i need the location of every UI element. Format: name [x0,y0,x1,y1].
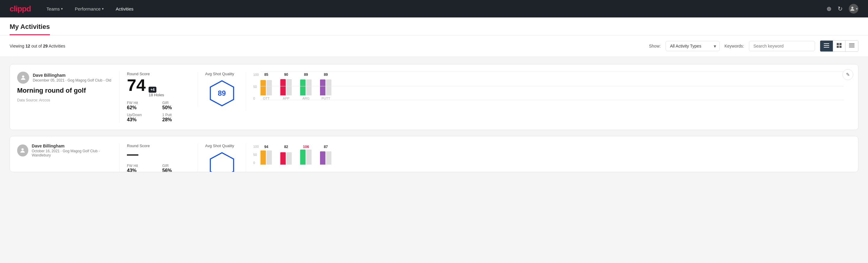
card-2-ott-value: 94 [265,145,268,149]
gir-value: 50% [162,105,191,111]
fw-hit-label: FW Hit [127,101,155,105]
card-2-round-score-section: Round Score — FW Hit 43% GIR 56% [119,144,197,172]
grid-view-button[interactable] [833,40,845,52]
card-2-left: Dave Billingham October 16, 2021 · Gog M… [17,144,119,160]
app-bg-bar [286,79,292,95]
svg-point-14 [22,148,24,150]
arg-bg-bar [306,80,312,95]
mini-stats: FW Hit 62% GIR 50% Up/Down 43% 1 Putt 28… [127,101,190,122]
page-header: My Activities [0,18,868,35]
gir-label: GIR [162,101,191,105]
card-left: Dave Billingham December 05, 2021 · Gog … [17,71,119,102]
ott-value-label: 85 [265,72,268,77]
chart-col-app: 90 APP [280,72,292,100]
chart-col-ott: 85 OTT [260,72,272,100]
nav-teams[interactable]: Teams ▾ [45,6,64,11]
one-putt-value: 28% [162,117,191,122]
ott-label: OTT [263,96,270,100]
teams-chevron-icon: ▾ [61,7,63,11]
card-2-user-name: Dave Billingham [32,144,112,148]
avg-shot-quality-label: Avg Shot Quality [205,71,234,76]
user-date: December 05, 2021 · Gog Magog Golf Club … [33,78,111,83]
fw-hit-value: 62% [127,105,155,111]
app-label: APP [283,96,289,100]
activity-type-select-wrapper: All Activity Types Round Practice [665,41,720,51]
nav-icons: ⊕ ↻ ▾ [827,4,858,13]
view-toggle [820,40,858,52]
chart-bars: 85 OTT 90 APP [260,71,844,100]
avg-shot-quality-section: Avg Shot Quality 89 [197,71,246,107]
activity-type-select[interactable]: All Activity Types Round Practice [665,41,720,51]
card-2-user-avatar [17,144,28,156]
shot-quality-value: 89 [218,89,226,97]
user-name: Dave Billingham [33,73,111,78]
svg-rect-3 [824,47,829,48]
arg-label: ARG [302,96,309,100]
activity-card: ✎ Dave Billingham December 05, 2021 · Go… [10,64,858,130]
filter-bar: Viewing 12 out of 29 Activities Show: Al… [0,35,868,57]
activity-card-2: Dave Billingham October 16, 2021 · Gog M… [10,136,858,172]
chart-section: 100 50 0 85 [246,71,851,111]
arg-bar [300,80,306,95]
svg-rect-6 [837,46,839,48]
nav-performance[interactable]: Performance ▾ [74,6,105,11]
list-view-button[interactable] [820,40,833,52]
svg-marker-15 [210,153,234,172]
navbar: clippd Teams ▾ Performance ▾ Activities … [0,0,868,18]
keywords-label: Keywords: [724,43,744,49]
card-2-app-value: 82 [284,145,288,149]
show-label: Show: [649,43,661,49]
svg-point-0 [851,7,854,9]
card-2-hexagon [209,152,236,172]
score-badge: +4 [149,87,156,93]
holes-count: 18 Holes [149,93,164,97]
putt-value-label: 89 [324,72,328,77]
svg-rect-4 [837,43,839,45]
card-2-quality-label: Avg Shot Quality [205,144,234,148]
hexagon: 89 [209,80,236,107]
ott-bg-bar [267,80,272,95]
avatar[interactable]: ▾ [849,4,858,13]
putt-bg-bar [326,80,332,95]
putt-bar [320,80,326,95]
logo[interactable]: clippd [10,4,31,13]
putt-label: PUTT [321,96,330,100]
round-score-value: 74 [127,77,146,94]
app-value-label: 90 [284,72,288,77]
chart-y-axis: 100 50 0 [253,71,259,100]
svg-point-12 [22,76,24,78]
viewing-text: Viewing 12 out of 29 Activities [10,43,644,49]
chart-col-putt: 89 PUTT [320,72,332,100]
ott-bar [260,80,266,95]
svg-rect-2 [824,45,829,46]
svg-rect-10 [849,46,855,46]
updown-value: 43% [127,117,155,122]
content: ✎ Dave Billingham December 05, 2021 · Go… [0,57,868,185]
add-icon[interactable]: ⊕ [827,5,832,12]
refresh-icon[interactable]: ↻ [838,5,843,12]
card-2-user-info: Dave Billingham October 16, 2021 · Gog M… [17,144,112,157]
page-title: My Activities [10,23,50,35]
search-input[interactable] [749,41,815,51]
card-2-round-score-label: Round Score [127,144,190,148]
card-2-fw-hit-value: 43% [127,168,155,172]
data-source: Data Source: Arccos [17,98,112,102]
nav-activities[interactable]: Activities [115,6,135,11]
card-2-chart-bars: 94 82 [260,144,844,165]
svg-rect-1 [824,43,829,44]
card-2-quality-section: Avg Shot Quality [197,144,246,172]
svg-rect-9 [849,45,855,45]
round-score-section: Round Score 74 +4 18 Holes FW Hit 62% GI… [119,71,197,122]
chart-col-arg: 89 ARG [300,72,312,100]
card-2-score-value: — [127,149,138,160]
updown-label: Up/Down [127,113,155,117]
one-putt-label: 1 Putt [162,113,191,117]
performance-chevron-icon: ▾ [102,7,104,11]
arg-value-label: 89 [304,72,308,77]
svg-rect-8 [849,43,855,44]
app-bar [280,79,286,95]
user-info: Dave Billingham December 05, 2021 · Gog … [17,71,112,84]
compact-view-button[interactable] [845,40,858,52]
card-2-mini-stats: FW Hit 43% GIR 56% [127,164,190,172]
card-2-putt-value: 87 [324,145,328,149]
